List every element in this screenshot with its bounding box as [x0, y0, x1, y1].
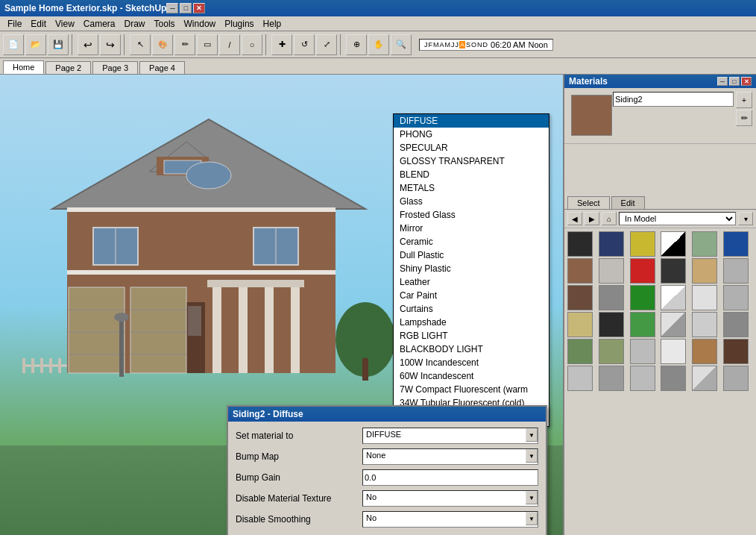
swatch-30[interactable]	[723, 339, 749, 364]
menu-window[interactable]: Window	[180, 17, 221, 31]
menu-draw[interactable]: Draw	[120, 17, 150, 31]
swatch-27[interactable]	[630, 339, 655, 364]
swatch-19[interactable]	[567, 312, 593, 337]
paint-tool[interactable]: 🎨	[152, 34, 173, 55]
dropdown-item-frosted-glass[interactable]: Frosted Glass	[394, 208, 549, 222]
pan-tool[interactable]: ✋	[368, 34, 389, 55]
menu-tools[interactable]: Tools	[150, 17, 180, 31]
menu-file[interactable]: File	[3, 17, 26, 31]
select-tool[interactable]: ↖	[130, 34, 151, 55]
scale-tool[interactable]: ⤢	[316, 34, 337, 55]
swatch-3[interactable]	[630, 231, 655, 257]
dropdown-item-diffuse[interactable]: DIFFUSE	[394, 114, 549, 128]
undo-button[interactable]: ↩	[78, 34, 98, 55]
swatch-32[interactable]	[599, 366, 624, 391]
material-name-input[interactable]	[613, 92, 734, 107]
dropdown-item-curtains[interactable]: Curtains	[394, 302, 549, 316]
minimize-button[interactable]: ─	[166, 3, 178, 13]
move-tool[interactable]: ✚	[271, 34, 292, 55]
dropdown-item-ceramic[interactable]: Ceramic	[394, 235, 549, 248]
close-button[interactable]: ✕	[193, 3, 205, 13]
redo-button[interactable]: ↪	[100, 34, 121, 55]
dropdown-item-blackbody-light[interactable]: BLACKBODY LIGHT	[394, 342, 549, 356]
dropdown-item-mirror[interactable]: Mirror	[394, 222, 549, 235]
save-button[interactable]: 💾	[48, 34, 69, 55]
bump-map-dropdown-btn[interactable]: ▼	[526, 449, 538, 463]
dropdown-item-100w[interactable]: 100W Incandescent	[394, 356, 549, 369]
open-button[interactable]: 📂	[25, 34, 46, 55]
swatch-24[interactable]	[723, 312, 749, 337]
dropdown-item-60w[interactable]: 60W Incandescent	[394, 369, 549, 383]
swatch-18[interactable]	[723, 285, 749, 310]
rotate-tool[interactable]: ↺	[294, 34, 315, 55]
rectangle-tool[interactable]: ▭	[197, 34, 218, 55]
dropdown-item-7w-compact[interactable]: 7W Compact Fluorescent (warm	[394, 383, 549, 396]
materials-close-btn[interactable]: ✕	[741, 77, 752, 86]
swatch-34[interactable]	[661, 366, 686, 391]
erase-tool[interactable]: ✏	[174, 34, 195, 55]
set-material-dropdown-btn[interactable]: ▼	[526, 428, 538, 442]
swatch-8[interactable]	[599, 258, 624, 284]
swatch-36[interactable]	[723, 366, 749, 391]
swatch-22[interactable]	[661, 312, 686, 337]
dropdown-item-shiny-plastic[interactable]: Shiny Plastic	[394, 262, 549, 275]
swatch-9[interactable]	[630, 258, 655, 284]
materials-minimize-btn[interactable]: ─	[717, 77, 728, 86]
disable-smoothing-dropdown-btn[interactable]: ▼	[526, 512, 538, 525]
home-btn[interactable]: ⌂	[602, 212, 617, 225]
tab-page4[interactable]: Page 4	[139, 61, 185, 74]
swatch-11[interactable]	[692, 258, 717, 284]
material-type-dropdown[interactable]: DIFFUSE PHONG SPECULAR GLOSSY TRANSPAREN…	[393, 113, 549, 427]
menu-help[interactable]: Help	[259, 17, 286, 31]
orbit-tool[interactable]: ⊕	[346, 34, 367, 55]
swatch-14[interactable]	[599, 285, 624, 310]
tab-page3[interactable]: Page 3	[92, 61, 138, 74]
dropdown-item-glass[interactable]: Glass	[394, 195, 549, 208]
dropdown-item-lampshade[interactable]: Lampshade	[394, 316, 549, 329]
new-button[interactable]: 📄	[3, 34, 24, 55]
maximize-button[interactable]: □	[180, 3, 192, 13]
swatch-17[interactable]	[692, 285, 717, 310]
dropdown-item-car-paint[interactable]: Car Paint	[394, 289, 549, 302]
swatch-33[interactable]	[630, 366, 655, 391]
swatch-31[interactable]	[567, 366, 593, 391]
menu-plugins[interactable]: Plugins	[220, 17, 258, 31]
nav-forward-btn[interactable]: ▶	[585, 212, 599, 225]
create-material-btn[interactable]: +	[736, 92, 752, 108]
edit-material-btn[interactable]: ✏	[736, 110, 752, 126]
swatch-6[interactable]	[723, 231, 749, 257]
swatch-13[interactable]	[567, 285, 593, 310]
dropdown-item-phong[interactable]: PHONG	[394, 128, 549, 141]
menu-view[interactable]: View	[51, 17, 79, 31]
dropdown-item-metals[interactable]: METALS	[394, 181, 549, 195]
zoom-tool[interactable]: 🔍	[391, 34, 412, 55]
swatch-26[interactable]	[599, 339, 624, 364]
swatch-16[interactable]	[661, 285, 686, 310]
dropdown-item-dull-plastic[interactable]: Dull Plastic	[394, 248, 549, 262]
model-select[interactable]: In Model All Materials	[619, 212, 736, 225]
swatch-21[interactable]	[630, 312, 655, 337]
swatch-12[interactable]	[723, 258, 749, 284]
swatch-2[interactable]	[599, 231, 624, 257]
tab-page2[interactable]: Page 2	[45, 61, 91, 74]
dropdown-item-blend[interactable]: BLEND	[394, 168, 549, 181]
dropdown-item-specular[interactable]: SPECULAR	[394, 141, 549, 154]
details-btn[interactable]: ▾	[738, 212, 753, 225]
swatch-20[interactable]	[599, 312, 624, 337]
dropdown-item-rgb-light[interactable]: RGB LIGHT	[394, 329, 549, 342]
bump-gain-input[interactable]	[362, 469, 538, 486]
swatch-35[interactable]	[692, 366, 717, 391]
swatch-7[interactable]	[567, 258, 593, 284]
menu-edit[interactable]: Edit	[26, 17, 51, 31]
swatch-28[interactable]	[661, 339, 686, 364]
swatch-25[interactable]	[567, 339, 593, 364]
tab-select[interactable]: Select	[567, 196, 610, 209]
dropdown-item-glossy-transparent[interactable]: GLOSSY TRANSPARENT	[394, 154, 549, 168]
swatch-23[interactable]	[692, 312, 717, 337]
dropdown-item-leather[interactable]: Leather	[394, 275, 549, 289]
menu-camera[interactable]: Camera	[79, 17, 120, 31]
swatch-15[interactable]	[630, 285, 655, 310]
tab-home[interactable]: Home	[3, 60, 44, 74]
swatch-4[interactable]	[661, 231, 686, 257]
swatch-1[interactable]	[567, 231, 593, 257]
